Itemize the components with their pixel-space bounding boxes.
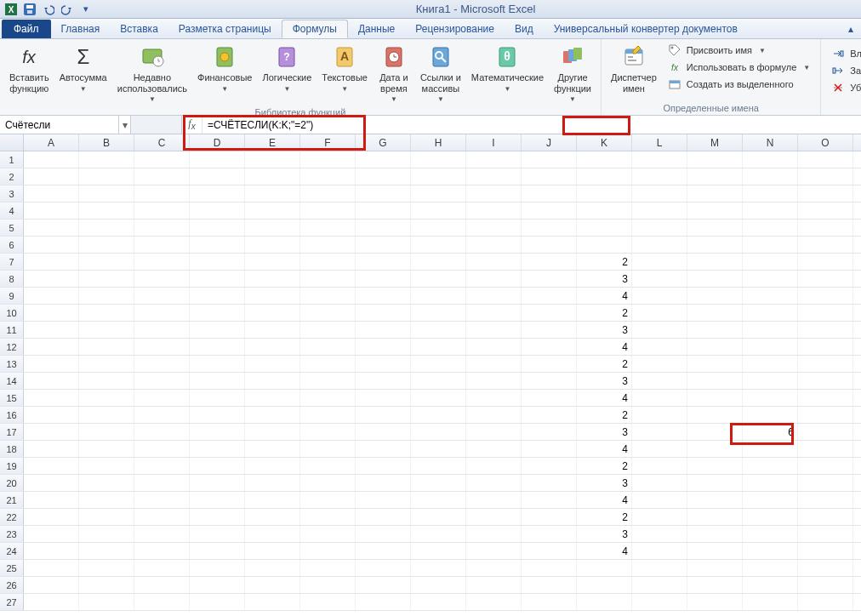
cell-I20[interactable] [466,475,522,491]
cell-H4[interactable] [411,202,466,219]
cell-E16[interactable] [245,407,300,423]
cell-M2[interactable] [687,168,743,185]
cell-O22[interactable] [798,509,853,525]
cell-M14[interactable] [687,373,743,389]
cell-M23[interactable] [687,526,743,542]
cell-B10[interactable] [79,305,134,321]
cell-A4[interactable] [24,202,79,219]
cell-I16[interactable] [466,407,522,423]
cell-G5[interactable] [356,220,411,236]
cell-L18[interactable] [632,441,687,457]
cell-H17[interactable] [411,424,466,440]
cell-N24[interactable] [743,543,798,559]
cell-A10[interactable] [24,305,79,321]
cell-B11[interactable] [79,322,134,338]
cell-H6[interactable] [411,237,466,253]
cell-H3[interactable] [411,185,466,202]
cell-A21[interactable] [24,492,79,508]
cell-M7[interactable] [687,254,743,270]
cell-D9[interactable] [190,288,245,304]
cell-E19[interactable] [245,458,300,474]
cell-F19[interactable] [300,458,356,474]
cell-N23[interactable] [743,526,798,542]
cell-B12[interactable] [79,339,134,355]
row-header-17[interactable]: 17 [0,424,24,440]
create-from-selection-button[interactable]: Создать из выделенного [666,77,812,92]
cell-B20[interactable] [79,475,134,491]
cell-N27[interactable] [743,594,798,610]
row-header-11[interactable]: 11 [0,322,24,338]
col-header-L[interactable]: L [632,134,687,151]
cell-I8[interactable] [466,271,522,287]
cell-I5[interactable] [466,220,522,236]
cell-C7[interactable] [134,254,190,270]
col-header-D[interactable]: D [190,134,245,151]
cell-C23[interactable] [134,526,190,542]
cell-K4[interactable] [577,202,632,219]
cell-I22[interactable] [466,509,522,525]
cell-O24[interactable] [798,543,853,559]
cell-I23[interactable] [466,526,522,542]
cell-M16[interactable] [687,407,743,423]
cell-D12[interactable] [190,339,245,355]
cell-K15[interactable]: 4 [577,390,632,406]
cell-J18[interactable] [522,441,577,457]
cell-O20[interactable] [798,475,853,491]
row-header-16[interactable]: 16 [0,407,24,423]
cell-O21[interactable] [798,492,853,508]
cell-G22[interactable] [356,509,411,525]
col-header-M[interactable]: M [687,134,743,151]
cell-L14[interactable] [632,373,687,389]
cell-M4[interactable] [687,202,743,219]
cell-H18[interactable] [411,441,466,457]
cell-C8[interactable] [134,271,190,287]
col-header-J[interactable]: J [522,134,577,151]
cell-E6[interactable] [245,237,300,253]
name-box-input[interactable] [5,119,113,131]
cell-O14[interactable] [798,373,853,389]
cell-H27[interactable] [411,594,466,610]
cell-E13[interactable] [245,356,300,372]
cell-F13[interactable] [300,356,356,372]
cell-A16[interactable] [24,407,79,423]
cell-D19[interactable] [190,458,245,474]
cell-M17[interactable] [687,424,743,440]
cell-M19[interactable] [687,458,743,474]
cell-I19[interactable] [466,458,522,474]
cell-A9[interactable] [24,288,79,304]
cell-C24[interactable] [134,543,190,559]
cell-A24[interactable] [24,543,79,559]
col-header-G[interactable]: G [356,134,411,151]
cell-C14[interactable] [134,373,190,389]
financial-button[interactable]: Финансовые ▼ [193,41,256,95]
cell-K8[interactable]: 3 [577,271,632,287]
cell-F22[interactable] [300,509,356,525]
cell-K26[interactable] [577,577,632,593]
cell-B17[interactable] [79,424,134,440]
cell-L5[interactable] [632,220,687,236]
cell-I10[interactable] [466,305,522,321]
cell-C18[interactable] [134,441,190,457]
cell-D3[interactable] [190,185,245,202]
tab-разметка-страницы[interactable]: Разметка страницы [168,20,282,38]
tab-вид[interactable]: Вид [505,20,544,38]
cell-K7[interactable]: 2 [577,254,632,270]
cell-A2[interactable] [24,168,79,185]
cell-L15[interactable] [632,390,687,406]
cell-G3[interactable] [356,185,411,202]
cell-E17[interactable] [245,424,300,440]
cell-E26[interactable] [245,577,300,593]
tab-главная[interactable]: Главная [51,20,111,38]
cell-F5[interactable] [300,220,356,236]
row-header-9[interactable]: 9 [0,288,24,304]
cell-I24[interactable] [466,543,522,559]
cell-E7[interactable] [245,254,300,270]
cell-E15[interactable] [245,390,300,406]
cell-H26[interactable] [411,577,466,593]
cell-D6[interactable] [190,237,245,253]
cell-B23[interactable] [79,526,134,542]
cell-K6[interactable] [577,237,632,253]
cell-D2[interactable] [190,168,245,185]
cell-G12[interactable] [356,339,411,355]
cell-E5[interactable] [245,220,300,236]
